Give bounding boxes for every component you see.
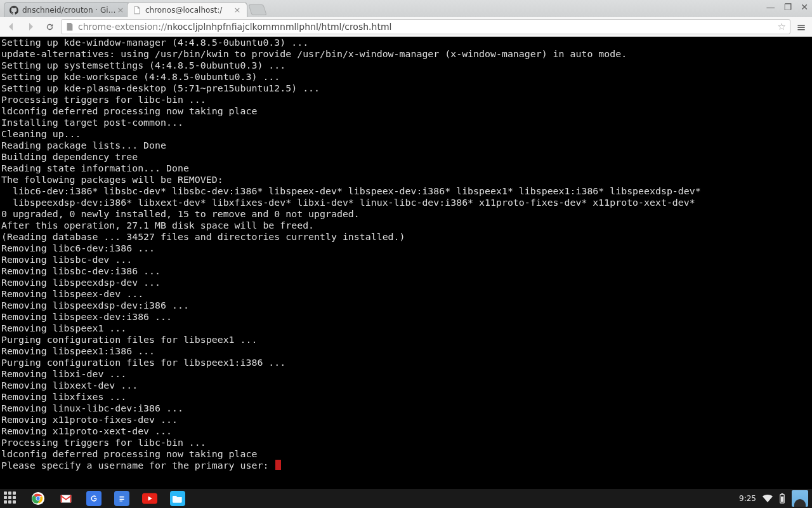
docs-app-icon[interactable]: [114, 491, 129, 506]
new-tab-button[interactable]: [248, 4, 267, 15]
clock: 9:25: [739, 494, 756, 503]
page-icon: [65, 22, 74, 31]
tab-title: dnschneid/crouton · GitH: [22, 6, 116, 15]
google-search-app-icon[interactable]: [86, 491, 102, 506]
bookmark-star-icon[interactable]: ☆: [778, 21, 786, 32]
youtube-app-icon[interactable]: [142, 491, 157, 506]
url-scheme: chrome-extension://: [78, 22, 167, 32]
url-path: nkoccljplnhpfnfiajclkommnmllphnl/html/cr…: [167, 22, 391, 32]
chrome-app-icon[interactable]: [30, 491, 46, 506]
chromeos-shelf: 9:25: [0, 489, 812, 508]
forward-button[interactable]: [23, 19, 38, 34]
terminal-output[interactable]: Setting up kde-window-manager (4:4.8.5-0…: [0, 37, 812, 489]
svg-rect-6: [120, 498, 124, 498]
battery-icon: [779, 493, 785, 504]
svg-rect-11: [781, 493, 783, 495]
user-avatar-icon[interactable]: [792, 490, 808, 507]
window-close-icon[interactable]: ✕: [801, 3, 808, 11]
svg-rect-4: [118, 493, 126, 504]
svg-rect-7: [120, 499, 124, 500]
reload-button[interactable]: [42, 19, 57, 34]
github-favicon-icon: [10, 6, 18, 15]
gmail-app-icon[interactable]: [58, 491, 74, 506]
page-favicon-icon: [133, 6, 141, 15]
files-app-icon[interactable]: [170, 491, 185, 506]
system-tray[interactable]: 9:25: [739, 490, 808, 507]
chrome-menu-button[interactable]: ≡: [794, 20, 808, 34]
back-button[interactable]: [4, 19, 19, 34]
terminal-cursor: [275, 460, 281, 470]
tab-strip: dnschneid/crouton · GitH × chronos@local…: [0, 0, 812, 17]
svg-rect-5: [120, 496, 124, 497]
close-tab-icon[interactable]: ×: [233, 6, 242, 14]
wifi-icon: [763, 495, 773, 502]
app-launcher-button[interactable]: [4, 491, 18, 505]
tab-title: chronos@localhost:/: [145, 6, 233, 15]
browser-toolbar: chrome-extension://nkoccljplnhpfnfiajclk…: [0, 17, 812, 37]
tab-crosh[interactable]: chronos@localhost:/ ×: [127, 2, 247, 17]
svg-rect-12: [781, 497, 783, 502]
window-maximize-icon[interactable]: ❐: [784, 3, 792, 11]
window-minimize-icon[interactable]: —: [766, 3, 775, 11]
close-tab-icon[interactable]: ×: [116, 6, 125, 14]
url-text: chrome-extension://nkoccljplnhpfnfiajclk…: [78, 22, 774, 32]
svg-rect-8: [120, 501, 123, 502]
address-bar[interactable]: chrome-extension://nkoccljplnhpfnfiajclk…: [61, 19, 790, 34]
tab-github[interactable]: dnschneid/crouton · GitH ×: [4, 2, 131, 17]
window-controls: — ❐ ✕: [766, 3, 808, 11]
